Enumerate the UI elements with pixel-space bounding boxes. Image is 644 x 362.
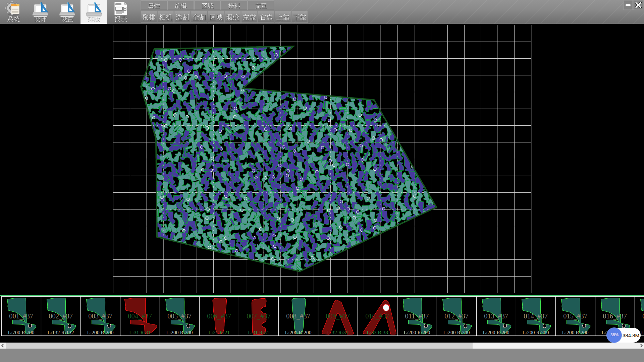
svg-text:L:132 R:132: L:132 R:132 bbox=[48, 329, 74, 335]
svg-text:L:200 R:200: L:200 R:200 bbox=[404, 329, 430, 335]
svg-text:009_#37: 009_#37 bbox=[326, 312, 350, 320]
svg-text:L:200 R:200: L:200 R:200 bbox=[562, 329, 589, 335]
svg-text:L:33 R:33: L:33 R:33 bbox=[367, 329, 388, 335]
svg-text:L:31 R:31: L:31 R:31 bbox=[248, 329, 269, 335]
svg-text:L:21 R:21: L:21 R:21 bbox=[208, 329, 229, 335]
svg-text:014_#37: 014_#37 bbox=[524, 312, 548, 320]
svg-text:L:200 R:200: L:200 R:200 bbox=[166, 329, 193, 335]
svg-text:L:200 R:200: L:200 R:200 bbox=[443, 329, 470, 335]
svg-text:008_#37: 008_#37 bbox=[286, 312, 310, 320]
svg-text:017_#37: 017_#37 bbox=[642, 312, 644, 320]
svg-text:L:31 R:31: L:31 R:31 bbox=[129, 329, 150, 335]
svg-text:016_#37: 016_#37 bbox=[603, 312, 627, 320]
svg-text:002_#37: 002_#37 bbox=[49, 312, 73, 320]
svg-text:007_#37: 007_#37 bbox=[247, 312, 271, 320]
svg-text:003_#37: 003_#37 bbox=[88, 312, 112, 320]
svg-text:005_#37: 005_#37 bbox=[167, 312, 192, 320]
svg-text:L:200 R:200: L:200 R:200 bbox=[87, 329, 114, 335]
svg-text:L:700 R:700: L:700 R:700 bbox=[8, 329, 35, 335]
svg-text:013_#37: 013_#37 bbox=[484, 312, 508, 320]
svg-text:L:200 R:200: L:200 R:200 bbox=[483, 329, 509, 335]
svg-text:004_#37: 004_#37 bbox=[128, 312, 152, 320]
svg-text:006_#37: 006_#37 bbox=[207, 312, 231, 320]
svg-text:011_#37: 011_#37 bbox=[405, 312, 429, 320]
svg-text:L:200 R:200: L:200 R:200 bbox=[285, 329, 312, 335]
svg-text:010_#37: 010_#37 bbox=[365, 312, 389, 320]
svg-text:L:32 R:31: L:32 R:31 bbox=[327, 329, 348, 335]
svg-text:001_#37: 001_#37 bbox=[9, 312, 33, 320]
svg-text:015_#37: 015_#37 bbox=[563, 312, 587, 320]
svg-text:L:200 R:200: L:200 R:200 bbox=[641, 329, 644, 335]
svg-text:L:200 R:200: L:200 R:200 bbox=[523, 329, 549, 335]
svg-text:012_#37: 012_#37 bbox=[444, 312, 469, 320]
